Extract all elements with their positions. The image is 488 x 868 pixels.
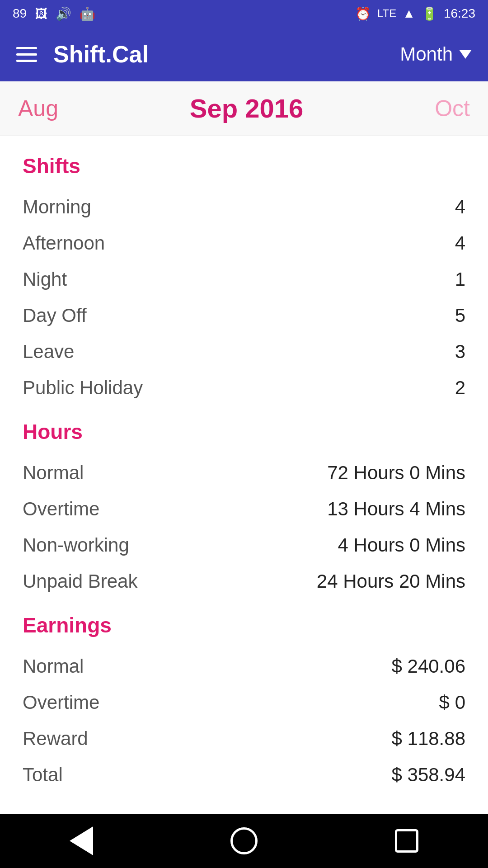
home-icon [230,827,258,854]
table-row: Overtime $ 0 [23,684,465,721]
hours-section: Hours Normal 72 Hours 0 Mins Overtime 13… [23,420,465,599]
hours-section-title: Hours [23,420,465,444]
app-title: Shift.Cal [53,41,149,68]
normal-hours-value: 72 Hours 0 Mins [327,462,465,484]
battery-level: 89 [13,6,27,21]
table-row: Night 1 [23,261,465,297]
earnings-section: Earnings Normal $ 240.06 Overtime $ 0 Re… [23,613,465,793]
afternoon-label: Afternoon [23,232,105,254]
reward-label: Reward [23,728,88,750]
normal-earnings-value: $ 240.06 [392,656,466,677]
public-holiday-value: 2 [455,377,465,399]
leave-value: 3 [455,341,465,363]
table-row: Public Holiday 2 [23,370,465,406]
back-icon [70,826,93,855]
table-row: Morning 4 [23,189,465,225]
signal-icon: ▲ [403,6,415,21]
view-selector-label: Month [400,43,453,65]
overtime-hours-label: Overtime [23,498,99,520]
earnings-section-title: Earnings [23,613,465,637]
dropdown-arrow-icon [459,50,472,59]
back-button[interactable] [63,823,99,859]
status-bar: 89 🖼 🔊 🤖 ⏰ LTE ▲ 🔋 16:23 [0,0,488,27]
content-area: Shifts Morning 4 Afternoon 4 Night 1 Day… [0,136,488,814]
status-right: ⏰ LTE ▲ 🔋 16:23 [355,6,475,21]
table-row: Overtime 13 Hours 4 Mins [23,491,465,527]
recents-button[interactable] [389,823,425,859]
leave-label: Leave [23,341,74,363]
nonworking-hours-value: 4 Hours 0 Mins [338,534,465,556]
volume-icon: 🔊 [56,6,71,21]
current-month-label: Sep 2016 [190,93,304,123]
next-month-button[interactable]: Oct [435,95,470,122]
bottom-navigation [0,814,488,868]
morning-value: 4 [455,196,465,218]
day-off-label: Day Off [23,305,87,326]
total-label: Total [23,764,63,786]
morning-label: Morning [23,196,91,218]
unpaid-break-value: 24 Hours 20 Mins [317,571,465,592]
alarm-icon: ⏰ [355,6,371,21]
shifts-section-title: Shifts [23,154,465,178]
nonworking-hours-label: Non-working [23,534,129,556]
table-row: Reward $ 118.88 [23,721,465,757]
android-icon: 🤖 [80,6,95,21]
prev-month-button[interactable]: Aug [18,95,58,122]
night-value: 1 [455,269,465,290]
app-bar: Shift.Cal Month [0,27,488,81]
table-row: Leave 3 [23,334,465,370]
lte-icon: LTE [377,7,396,20]
status-left: 89 🖼 🔊 🤖 [13,6,95,21]
overtime-earnings-label: Overtime [23,692,99,713]
normal-hours-label: Normal [23,462,84,484]
app-bar-left: Shift.Cal [16,41,149,68]
time-display: 16:23 [444,6,475,21]
shifts-section: Shifts Morning 4 Afternoon 4 Night 1 Day… [23,154,465,406]
table-row: Normal $ 240.06 [23,648,465,684]
reward-value: $ 118.88 [392,728,466,750]
table-row: Non-working 4 Hours 0 Mins [23,527,465,563]
month-navigation: Aug Sep 2016 Oct [0,81,488,136]
overtime-earnings-value: $ 0 [439,692,465,713]
home-button[interactable] [226,823,262,859]
view-selector[interactable]: Month [400,43,472,65]
total-value: $ 358.94 [392,764,466,786]
overtime-hours-value: 13 Hours 4 Mins [327,498,465,520]
table-row: Total $ 358.94 [23,757,465,793]
table-row: Normal 72 Hours 0 Mins [23,455,465,491]
day-off-value: 5 [455,305,465,326]
table-row: Day Off 5 [23,297,465,334]
photo-icon: 🖼 [35,6,47,21]
table-row: Afternoon 4 [23,225,465,261]
battery-icon: 🔋 [422,6,437,21]
menu-button[interactable] [16,47,37,62]
table-row: Unpaid Break 24 Hours 20 Mins [23,563,465,599]
unpaid-break-label: Unpaid Break [23,571,137,592]
app-bar-right: Month [400,43,472,65]
afternoon-value: 4 [455,232,465,254]
recents-icon [395,829,418,853]
public-holiday-label: Public Holiday [23,377,143,399]
normal-earnings-label: Normal [23,656,84,677]
night-label: Night [23,269,67,290]
